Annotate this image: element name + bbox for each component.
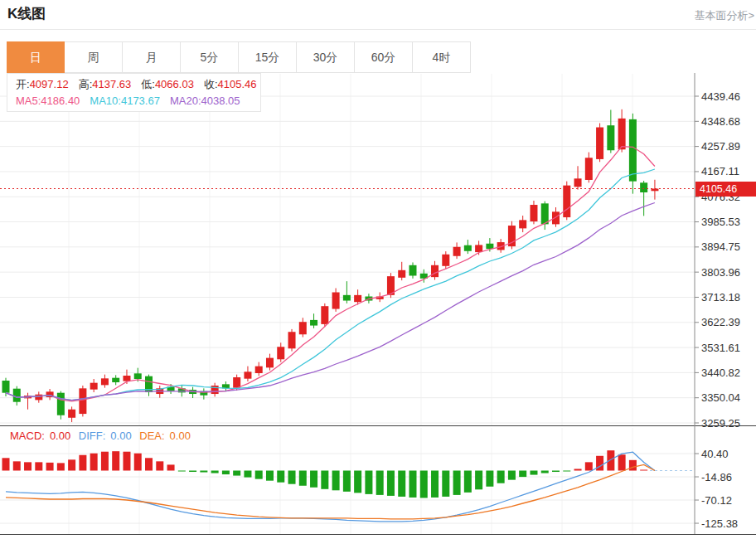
candle [112,378,119,382]
timeframe-tabs: 日周月5分15分30分60分4时 [7,41,471,73]
tab-day[interactable]: 日 [7,41,65,73]
tab-5min[interactable]: 5分 [181,41,239,73]
macd-bar [277,471,284,483]
current-price-tag: 4105.46 [695,182,756,197]
macd-bar [464,471,472,493]
macd-bar [178,471,186,472]
macd-bar [244,471,251,478]
macd-bar [57,463,65,470]
candle [530,205,537,221]
y-axis-label: 3622.39 [701,316,740,328]
candle [211,386,219,394]
candle [596,128,603,159]
candle [123,376,130,381]
macd-bar [123,452,130,471]
candle [13,389,21,402]
macd-bar [24,462,32,470]
candle [409,265,416,276]
y-axis-label: 3440.82 [701,367,740,379]
macd-bar [211,471,219,473]
tab-week[interactable]: 周 [65,41,123,73]
y-axis-label: 4167.11 [701,165,739,177]
macd-bar [442,471,449,497]
tab-month[interactable]: 月 [123,41,181,73]
ma5-label: MA5: [16,95,41,107]
y-axis-label: 4348.68 [701,115,740,128]
low-label: 低: [141,78,155,90]
macd-value: 0.00 [50,430,70,442]
candle [266,358,274,368]
macd-bar [530,471,537,475]
macd-bar [453,471,461,495]
candle [398,270,405,278]
candle [79,388,86,414]
macd-bar [112,451,119,470]
candle [431,265,439,277]
diff-value: 0.00 [110,430,131,442]
macd-bar [574,469,582,470]
close-value: 4105.46 [218,78,257,90]
macd-bar [310,471,317,488]
macd-bar [189,471,196,473]
macd-bar [13,461,21,470]
macd-info-row: MACD:0.00 DIFF:0.00 DEA:0.00 [10,430,196,442]
macd-bar [409,471,416,498]
high-label: 高: [79,78,93,90]
candle [321,306,328,324]
macd-bar [387,471,395,496]
ohlc-info-panel: 开:4097.12高:4137.63低:4066.03收:4105.46 MA5… [7,73,261,112]
macd-bar [563,471,570,472]
ma20-line [6,203,655,401]
dea-value: 0.00 [170,430,191,442]
candle [35,395,42,401]
y-axis-label: -125.38 [701,517,738,530]
macd-bar [200,471,207,473]
candle [299,322,307,334]
ma20-value: 4038.05 [201,95,240,107]
macd-bar [629,460,637,471]
candle [310,320,317,326]
macd-bar [101,452,109,471]
macd-bar [134,454,142,471]
macd-bar [343,471,351,492]
close-label: 收: [204,78,218,90]
y-axis-label: 3350.04 [701,391,740,404]
candle [90,383,98,390]
candle [255,367,263,373]
tab-15min[interactable]: 15分 [239,41,297,73]
dea-label: DEA: [139,430,164,442]
y-axis-label: 3985.53 [701,216,740,228]
tab-4hour[interactable]: 4时 [413,41,471,73]
macd-bar [68,459,75,470]
tab-60min[interactable]: 60分 [355,41,413,73]
kline-chart-canvas[interactable]: 4439.464348.684257.894167.114076.323985.… [0,73,756,539]
ma5-value: 4186.40 [41,95,80,107]
y-axis-label: 3531.61 [701,342,740,354]
y-axis-label: 3803.96 [701,266,740,279]
page-title: K线图 [7,4,46,23]
candle [332,293,340,309]
macd-bar [376,471,384,495]
ohlc-row: 开:4097.12高:4137.63低:4066.03收:4105.46 [16,76,260,93]
macd-bar [585,462,593,470]
y-axis-label: -70.12 [701,494,732,507]
macd-bar [354,471,361,493]
candle [585,158,593,180]
candle [541,203,549,224]
tab-30min[interactable]: 30分 [297,41,355,73]
macd-bar [398,471,405,497]
candle [277,347,284,359]
candle [475,245,482,252]
kline-page: K线图 基本面分析> 日周月5分15分30分60分4时 4439.464348.… [0,0,756,539]
candle [57,393,65,415]
macd-bar [255,471,263,479]
macd-bar [607,450,614,470]
fundamental-analysis-link[interactable]: 基本面分析> [694,8,754,23]
macd-bar [156,461,163,470]
y-axis-label: 4439.46 [701,90,740,103]
ma20-label: MA20: [170,95,201,107]
y-axis-label: 3259.25 [701,417,740,430]
macd-bar [288,471,296,484]
ma10-label: MA10: [90,95,121,107]
macd-bar [167,464,175,470]
